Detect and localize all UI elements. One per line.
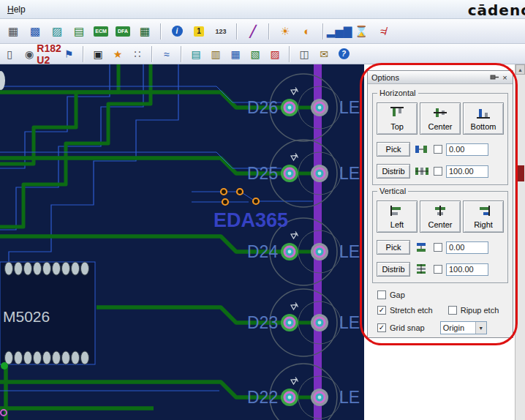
image-icon[interactable]: ▣: [90, 46, 106, 62]
calendar-icon[interactable]: ▦: [227, 46, 243, 62]
close-icon[interactable]: ×: [499, 72, 510, 83]
clipboard-icon[interactable]: ▯: [1, 46, 18, 62]
brush-icon[interactable]: ╱: [244, 23, 262, 40]
pin-icon[interactable]: [488, 72, 499, 83]
grid-snap-checkbox[interactable]: ✓: [377, 323, 386, 332]
vertical-legend: Vertical: [377, 187, 408, 195]
help-icon[interactable]: ?: [336, 46, 352, 62]
stretch-etch-label: Stretch etch: [390, 306, 433, 315]
mail-icon[interactable]: ✉: [316, 46, 332, 62]
v-pick-button[interactable]: Pick: [377, 240, 410, 255]
ripup-etch-label: Ripup etch: [461, 306, 499, 315]
h-distrib-button[interactable]: Distrib: [377, 164, 410, 179]
net-label: D25: [247, 164, 278, 183]
gap-label: Gap: [390, 290, 405, 299]
vertical-scrollbar[interactable]: ▲: [515, 64, 525, 420]
bar-chart-icon[interactable]: ▂▅▇: [331, 23, 348, 40]
gap-checkbox[interactable]: [377, 290, 386, 299]
application-window: Help cādenc ▦ ▩ ▨ ▤ ECM DFA ▦ i 1 123 ╱ …: [0, 0, 525, 420]
notebook-icon[interactable]: ▤: [188, 46, 204, 62]
dot-grid-icon[interactable]: ∷: [129, 46, 146, 62]
h-distrib-icon: [414, 165, 430, 177]
v-distrib-button[interactable]: Distrib: [377, 262, 410, 277]
options-panel-titlebar[interactable]: Options ×: [368, 71, 513, 84]
flag-icon[interactable]: ⚑: [61, 46, 77, 62]
grid-snap-dropdown-value: Origin: [441, 323, 475, 332]
refdes-icon[interactable]: R182 U2: [41, 46, 57, 62]
stretch-etch-checkbox[interactable]: ✓: [377, 306, 386, 315]
toolbar-separator: [322, 23, 324, 40]
key-icon[interactable]: ★: [110, 46, 126, 62]
note-edit-icon[interactable]: ▧: [247, 46, 263, 62]
v-distrib-checkbox[interactable]: [434, 265, 442, 274]
info-icon[interactable]: i: [168, 23, 186, 40]
net-label: D26: [247, 98, 278, 117]
align-right-button[interactable]: Right: [463, 200, 504, 233]
align-left-button[interactable]: Left: [377, 200, 418, 233]
v-pick-checkbox[interactable]: [434, 243, 442, 252]
v-pick-input[interactable]: [446, 241, 488, 254]
grid-snap-label: Grid snap: [390, 323, 425, 332]
h-pick-button[interactable]: Pick: [377, 142, 410, 157]
scroll-up-arrow[interactable]: ▲: [515, 64, 525, 75]
contrast-icon[interactable]: ◐: [298, 23, 316, 40]
horizontal-group: Horizontal Top Center Bottom: [372, 93, 508, 185]
options-checkboxes: Gap ✓ Stretch etch Ripup etch ✓ Grid sna…: [377, 290, 510, 334]
h-distrib-checkbox[interactable]: [434, 167, 442, 176]
led-label: LE: [339, 98, 360, 117]
ecm-icon[interactable]: ECM: [92, 23, 110, 40]
chevron-down-icon[interactable]: ▼: [475, 322, 486, 334]
align-bottom-button[interactable]: Bottom: [463, 102, 504, 135]
ripup-etch-checkbox[interactable]: [448, 306, 457, 315]
camera-icon[interactable]: ◉: [21, 46, 37, 62]
note-check-icon[interactable]: ▨: [267, 46, 283, 62]
hourglass-icon[interactable]: ⌛: [352, 23, 370, 40]
toolbar-separator: [83, 46, 84, 62]
fill-grid-icon[interactable]: ▦: [136, 23, 154, 40]
layers-icon[interactable]: ▤: [70, 23, 88, 40]
swatch-teal-icon[interactable]: ▨: [48, 23, 66, 40]
toolbar-tools: ▯ ◉ R182 U2 ⚑ ▣ ★ ∷ ≈ ▤ ▥ ▦ ▧ ▨ ◫ ✉ ?: [0, 44, 525, 64]
align-vcenter-button[interactable]: Center: [420, 200, 461, 233]
dfa-icon[interactable]: DFA: [114, 23, 132, 40]
vertical-group: Vertical Left Center Right: [372, 191, 508, 283]
v-distrib-input[interactable]: [446, 263, 488, 276]
cascade-icon[interactable]: ◫: [296, 46, 312, 62]
led-label: LE: [339, 313, 360, 332]
toolbar-separator: [289, 46, 290, 62]
align-top-button[interactable]: Top: [377, 102, 418, 135]
v-pick-icon: [414, 241, 430, 253]
book-icon[interactable]: ▥: [208, 46, 224, 62]
toolbar-separator: [160, 23, 162, 40]
h-pick-input[interactable]: [446, 143, 488, 156]
grid-icon[interactable]: ▦: [4, 23, 22, 40]
swatch-blue-icon[interactable]: ▩: [26, 23, 44, 40]
one-two-three-icon[interactable]: 123: [212, 23, 230, 40]
options-panel-title: Options: [371, 73, 488, 82]
net-label: D24: [247, 242, 278, 261]
eda365-watermark: EDA365: [214, 209, 288, 231]
pcb-background: [0, 64, 364, 420]
toolbar-separator: [181, 46, 182, 62]
options-panel: Options × Horizontal Top Center: [367, 70, 513, 338]
align-bottom-icon: [475, 106, 491, 121]
label-one-icon[interactable]: 1: [190, 23, 208, 40]
scroll-thumb[interactable]: [516, 165, 524, 181]
waveform-off-icon[interactable]: ≉: [374, 23, 392, 40]
waveform-icon[interactable]: ≈: [159, 46, 175, 62]
led-label: LE: [339, 164, 360, 183]
h-pick-checkbox[interactable]: [434, 145, 442, 154]
h-distrib-input[interactable]: [446, 165, 488, 178]
align-hcenter-button[interactable]: Center: [420, 102, 461, 135]
brightness-icon[interactable]: ☀: [276, 23, 294, 40]
menu-help[interactable]: Help: [0, 4, 33, 15]
align-right-icon: [475, 204, 491, 219]
led-label: LE: [339, 242, 360, 261]
v-distrib-icon: [414, 263, 430, 275]
cadence-logo: cādenc: [468, 1, 525, 19]
pcb-canvas[interactable]: M5026 D26 D25 D24 D23 D22 LE LE LE LE LE…: [0, 64, 364, 420]
chip-refdes-label: M5026: [3, 308, 50, 325]
net-label: D23: [247, 313, 278, 332]
grid-snap-dropdown[interactable]: Origin ▼: [440, 321, 487, 334]
led-label: LE: [339, 388, 360, 407]
